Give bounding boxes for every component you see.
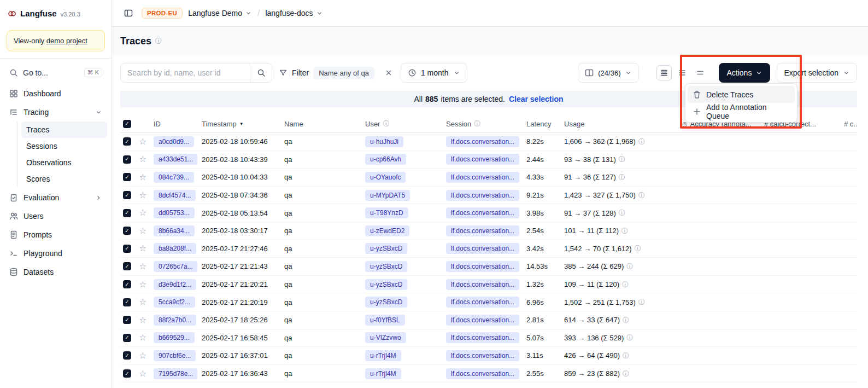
- star-icon[interactable]: ☆: [139, 262, 146, 271]
- table-row[interactable]: ☆ 07265c7a... 2025-02-17 21:21:43 qa u-y…: [120, 258, 857, 276]
- session-badge[interactable]: lf.docs.conversation...: [446, 154, 519, 165]
- trace-id-badge[interactable]: 7195d78e...: [154, 368, 197, 379]
- table-row[interactable]: ☆ 907cbf6e... 2025-02-17 16:37:01 qa u-r…: [120, 347, 857, 365]
- session-badge[interactable]: lf.docs.conversation...: [446, 172, 519, 183]
- star-icon[interactable]: ☆: [139, 173, 146, 182]
- sidebar-item-datasets[interactable]: Datasets: [4, 263, 107, 281]
- col-header-timestamp[interactable]: Timestamp▼: [202, 120, 284, 128]
- trace-id-badge[interactable]: 084c739...: [154, 172, 194, 183]
- star-icon[interactable]: ☆: [139, 227, 146, 235]
- row-checkbox[interactable]: [123, 137, 131, 146]
- user-badge[interactable]: u-rTrjl4M: [365, 368, 401, 379]
- star-icon[interactable]: ☆: [139, 333, 146, 342]
- row-checkbox[interactable]: [123, 369, 131, 378]
- col-header-name[interactable]: Name: [284, 120, 365, 128]
- row-checkbox[interactable]: [123, 155, 131, 164]
- row-checkbox[interactable]: [123, 173, 131, 181]
- search-input[interactable]: [121, 68, 250, 77]
- table-row[interactable]: ☆ 88f2a7b0... 2025-02-17 18:25:26 qa u-f…: [120, 311, 857, 329]
- star-icon[interactable]: ☆: [139, 298, 146, 306]
- table-row[interactable]: ☆ 8b66a34... 2025-02-18 03:30:17 qa u-zE…: [120, 222, 857, 240]
- session-badge[interactable]: lf.docs.conversation...: [446, 279, 519, 290]
- star-icon[interactable]: ☆: [139, 280, 146, 289]
- sidebar-item-evaluation[interactable]: Evaluation: [4, 188, 107, 207]
- table-row[interactable]: ☆ d3e9d1f2... 2025-02-17 21:20:21 qa u-y…: [120, 276, 857, 294]
- info-icon[interactable]: ⓘ: [155, 38, 162, 44]
- user-badge[interactable]: u-rTrjl4M: [365, 350, 401, 361]
- session-badge[interactable]: lf.docs.conversation...: [446, 368, 519, 379]
- sidebar-item-scores[interactable]: Scores: [21, 171, 107, 187]
- session-badge[interactable]: lf.docs.conversation...: [446, 243, 519, 254]
- menu-item-add-to-annotation-queue[interactable]: Add to Annotation Queue: [688, 103, 795, 120]
- select-all-checkbox[interactable]: [123, 120, 131, 128]
- user-badge[interactable]: u-f0YfBSL: [365, 315, 405, 326]
- star-icon[interactable]: ☆: [139, 137, 146, 146]
- session-badge[interactable]: lf.docs.conversation...: [446, 136, 519, 147]
- trace-id-badge[interactable]: 907cbf6e...: [154, 350, 196, 361]
- sidebar-item-prompts[interactable]: Prompts: [4, 225, 107, 244]
- star-icon[interactable]: ☆: [139, 155, 146, 164]
- sidebar-item-sessions[interactable]: Sessions: [21, 138, 107, 154]
- user-badge[interactable]: u-OYauofc: [365, 172, 406, 183]
- goto-search[interactable]: Go to... ⌘ K: [4, 64, 107, 81]
- table-row[interactable]: ☆ 084c739... 2025-02-18 10:04:33 qa u-OY…: [120, 169, 857, 187]
- row-checkbox[interactable]: [123, 298, 131, 306]
- table-row[interactable]: ☆ a0cd0d9... 2025-02-18 10:59:46 qa u-hu…: [120, 133, 857, 151]
- col-header-score-c[interactable]: # c...: [844, 120, 857, 128]
- table-row[interactable]: ☆ 5cca9cf2... 2025-02-17 21:20:19 qa u-y…: [120, 293, 857, 311]
- sidebar-toggle-button[interactable]: [121, 5, 136, 21]
- trace-id-badge[interactable]: 8dcf4574...: [154, 190, 196, 201]
- user-badge[interactable]: u-yzSBxcD: [365, 279, 407, 290]
- filter-button[interactable]: Filter Name any of qa: [277, 67, 377, 79]
- sidebar-item-dashboard[interactable]: Dashboard: [4, 84, 107, 103]
- trace-id-badge[interactable]: dd05753...: [154, 207, 195, 218]
- row-checkbox[interactable]: [123, 280, 131, 288]
- trace-id-badge[interactable]: b669529...: [154, 332, 195, 343]
- row-checkbox[interactable]: [123, 209, 131, 217]
- row-checkbox[interactable]: [123, 334, 131, 342]
- trace-id-badge[interactable]: a433de51...: [154, 154, 197, 165]
- table-row[interactable]: ☆ 7195d78e... 2025-02-17 16:36:43 qa u-r…: [120, 365, 857, 383]
- star-icon[interactable]: ☆: [139, 209, 146, 217]
- row-checkbox[interactable]: [123, 316, 131, 324]
- sidebar-item-tracing[interactable]: Tracing: [4, 103, 107, 121]
- user-badge[interactable]: u-zEwdED2: [365, 225, 409, 236]
- user-badge[interactable]: u-yzSBxcD: [365, 297, 407, 308]
- user-badge[interactable]: u-huJhuJi: [365, 136, 403, 147]
- table-row[interactable]: ☆ dd05753... 2025-02-18 05:13:54 qa u-T9…: [120, 204, 857, 222]
- column-visibility-button[interactable]: (24/36): [578, 63, 639, 83]
- star-icon[interactable]: ☆: [139, 244, 146, 253]
- trace-id-badge[interactable]: 88f2a7b0...: [154, 315, 196, 326]
- col-header-user[interactable]: Userⓘ: [365, 120, 446, 128]
- export-selection-button[interactable]: Export selection: [777, 63, 857, 83]
- user-badge[interactable]: u-yzSBxcD: [365, 261, 407, 272]
- row-checkbox[interactable]: [123, 351, 131, 360]
- search-button[interactable]: [250, 63, 272, 82]
- session-badge[interactable]: lf.docs.conversation...: [446, 207, 519, 218]
- row-height-small-button[interactable]: [656, 65, 672, 80]
- trace-id-badge[interactable]: d3e9d1f2...: [154, 279, 196, 290]
- col-header-session[interactable]: Sessionⓘ: [446, 120, 526, 128]
- session-badge[interactable]: lf.docs.conversation...: [446, 315, 519, 326]
- trace-id-badge[interactable]: 5cca9cf2...: [154, 297, 195, 308]
- session-badge[interactable]: lf.docs.conversation...: [446, 261, 519, 272]
- trace-id-badge[interactable]: ba8a208f...: [154, 243, 196, 254]
- col-header-id[interactable]: ID: [154, 120, 202, 128]
- time-range-button[interactable]: 1 month: [401, 63, 467, 83]
- session-badge[interactable]: lf.docs.conversation...: [446, 350, 519, 361]
- actions-button[interactable]: Actions: [719, 63, 770, 83]
- table-row[interactable]: ☆ a433de51... 2025-02-18 10:43:39 qa u-c…: [120, 151, 857, 169]
- user-badge[interactable]: u-cp66Avh: [365, 154, 406, 165]
- menu-item-delete-traces[interactable]: Delete Traces: [688, 86, 795, 103]
- sidebar-item-observations[interactable]: Observations: [21, 154, 107, 171]
- sidebar-item-traces[interactable]: Traces: [21, 121, 107, 138]
- trace-id-badge[interactable]: a0cd0d9...: [154, 136, 194, 147]
- user-badge[interactable]: u-T98YnzD: [365, 207, 408, 218]
- row-checkbox[interactable]: [123, 227, 131, 235]
- star-icon[interactable]: ☆: [139, 369, 146, 378]
- clear-filter-button[interactable]: [381, 65, 396, 80]
- sidebar-item-users[interactable]: Users: [4, 207, 107, 225]
- user-badge[interactable]: u-MYpDAT5: [365, 190, 410, 201]
- trace-id-badge[interactable]: 8b66a34...: [154, 225, 195, 236]
- row-height-large-button[interactable]: [693, 65, 708, 80]
